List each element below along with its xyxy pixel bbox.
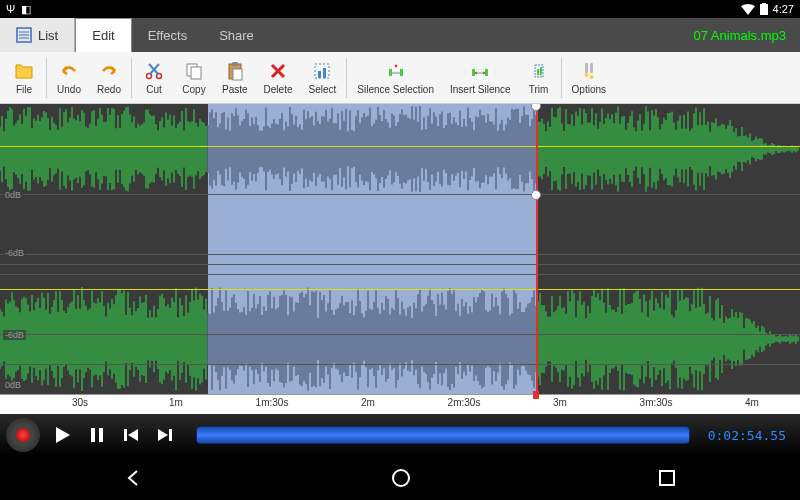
options-icon — [578, 60, 600, 82]
silence-selection-button[interactable]: Silence Selection — [349, 57, 442, 98]
debug-icon: ◧ — [21, 3, 31, 16]
redo-icon — [98, 60, 120, 82]
silence-icon — [385, 60, 407, 82]
file-icon — [13, 60, 35, 82]
db-label: -6dB — [3, 330, 26, 340]
svg-rect-28 — [590, 63, 593, 73]
record-icon — [16, 428, 30, 442]
svg-rect-26 — [540, 67, 542, 75]
time-display: 0:02:54.55 — [708, 428, 794, 443]
battery-icon — [760, 3, 768, 15]
trim-icon — [528, 60, 550, 82]
paste-button[interactable]: Paste — [214, 57, 256, 98]
svg-point-30 — [589, 75, 593, 79]
wifi-icon — [741, 4, 755, 15]
back-button[interactable] — [93, 459, 175, 497]
svg-rect-13 — [232, 62, 238, 66]
svg-rect-21 — [472, 69, 475, 76]
svg-rect-27 — [585, 63, 588, 73]
svg-rect-16 — [318, 71, 321, 78]
svg-point-29 — [584, 73, 588, 77]
tab-share[interactable]: Share — [203, 18, 270, 52]
select-button[interactable]: Select — [300, 57, 344, 98]
redo-button[interactable]: Redo — [89, 57, 129, 98]
record-button[interactable] — [6, 418, 40, 452]
pause-button[interactable] — [84, 422, 110, 448]
file-button[interactable]: File — [4, 57, 44, 98]
copy-button[interactable]: Copy — [174, 57, 214, 98]
svg-rect-25 — [537, 69, 539, 75]
tab-bar: List Edit Effects Share 07 Animals.mp3 — [0, 18, 800, 52]
svg-rect-19 — [400, 69, 403, 76]
undo-icon — [58, 60, 80, 82]
usb-icon: Ψ — [6, 3, 15, 15]
options-button[interactable]: Options — [564, 57, 614, 98]
insert-silence-button[interactable]: Insert Silence — [442, 57, 519, 98]
copy-icon — [183, 60, 205, 82]
db-label: -6dB — [3, 248, 26, 258]
svg-rect-831 — [91, 428, 95, 442]
cut-icon — [143, 60, 165, 82]
skip-back-button[interactable] — [118, 422, 144, 448]
insert-silence-icon — [469, 60, 491, 82]
progress-bar[interactable] — [196, 426, 690, 444]
select-icon — [311, 60, 333, 82]
time-ruler[interactable]: 30s 1m 1m:30s 2m 2m:30s 3m 3m:30s 4m — [0, 394, 800, 414]
envelope-line — [0, 289, 800, 290]
svg-rect-22 — [485, 69, 488, 76]
recents-button[interactable] — [627, 460, 707, 496]
delete-button[interactable]: Delete — [256, 57, 301, 98]
toolbar: File Undo Redo Cut Copy Paste Delete Sel… — [0, 52, 800, 104]
svg-rect-15 — [315, 64, 329, 78]
play-button[interactable] — [48, 421, 76, 449]
paste-icon — [224, 60, 246, 82]
svg-rect-833 — [124, 429, 127, 441]
svg-rect-834 — [169, 429, 172, 441]
tab-list[interactable]: List — [0, 18, 75, 52]
waveform-area[interactable]: 0dB -6dB -6dB 0dB — [0, 104, 800, 394]
svg-point-835 — [393, 470, 409, 486]
db-label: 0dB — [3, 380, 23, 390]
android-status-bar: Ψ ◧ 4:27 — [0, 0, 800, 18]
delete-icon — [267, 60, 289, 82]
android-nav-bar — [0, 456, 800, 500]
envelope-line — [0, 146, 800, 147]
trim-button[interactable]: Trim — [519, 57, 559, 98]
svg-rect-14 — [233, 69, 242, 80]
svg-rect-1 — [762, 3, 766, 4]
playhead[interactable] — [536, 104, 538, 394]
undo-button[interactable]: Undo — [49, 57, 89, 98]
svg-rect-836 — [660, 471, 674, 485]
home-button[interactable] — [360, 459, 442, 497]
tab-effects[interactable]: Effects — [132, 18, 204, 52]
svg-rect-11 — [191, 67, 201, 79]
skip-forward-button[interactable] — [152, 422, 178, 448]
clock-text: 4:27 — [773, 3, 794, 15]
svg-rect-0 — [760, 4, 768, 15]
list-icon — [16, 27, 32, 43]
transport-bar: 0:02:54.55 — [0, 414, 800, 456]
svg-rect-832 — [99, 428, 103, 442]
filename-display: 07 Animals.mp3 — [680, 18, 801, 52]
cut-button[interactable]: Cut — [134, 57, 174, 98]
svg-rect-18 — [389, 69, 392, 76]
db-label: 0dB — [3, 190, 23, 200]
waveform-svg — [0, 104, 800, 394]
tab-edit[interactable]: Edit — [75, 18, 131, 52]
svg-rect-17 — [323, 68, 326, 78]
